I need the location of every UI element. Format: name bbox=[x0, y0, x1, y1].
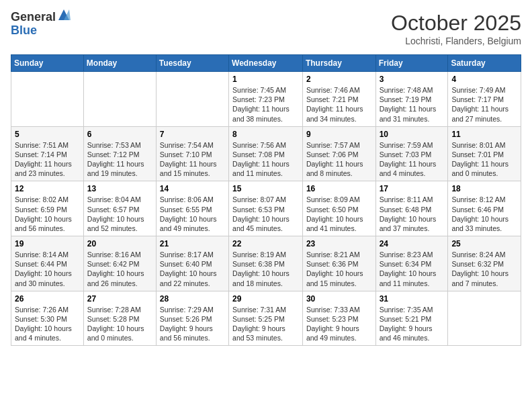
calendar-cell: 22Sunrise: 8:19 AMSunset: 6:38 PMDayligh… bbox=[229, 236, 303, 291]
weekday-header-row: SundayMondayTuesdayWednesdayThursdayFrid… bbox=[11, 55, 521, 72]
day-number: 24 bbox=[380, 239, 445, 248]
logo-icon bbox=[57, 8, 71, 21]
location-text: Lochristi, Flanders, Belgium bbox=[391, 36, 521, 46]
day-number: 29 bbox=[232, 294, 299, 304]
day-number: 31 bbox=[380, 294, 445, 304]
weekday-header-sunday: Sunday bbox=[11, 55, 84, 72]
day-info: Sunrise: 7:51 AMSunset: 7:14 PMDaylight:… bbox=[15, 140, 80, 179]
day-info: Sunrise: 7:35 AMSunset: 5:21 PMDaylight:… bbox=[380, 305, 445, 343]
calendar-cell: 24Sunrise: 8:23 AMSunset: 6:34 PMDayligh… bbox=[375, 236, 448, 291]
week-row-4: 19Sunrise: 8:14 AMSunset: 6:44 PMDayligh… bbox=[11, 236, 521, 291]
day-info: Sunrise: 7:29 AMSunset: 5:26 PMDaylight:… bbox=[160, 305, 225, 343]
day-number: 28 bbox=[160, 294, 225, 304]
day-number: 10 bbox=[380, 130, 445, 139]
day-info: Sunrise: 7:53 AMSunset: 7:12 PMDaylight:… bbox=[87, 140, 152, 179]
calendar-cell: 7Sunrise: 7:54 AMSunset: 7:10 PMDaylight… bbox=[156, 126, 228, 181]
calendar-cell: 8Sunrise: 7:56 AMSunset: 7:08 PMDaylight… bbox=[229, 126, 303, 181]
calendar-cell: 14Sunrise: 8:06 AMSunset: 6:55 PMDayligh… bbox=[156, 181, 228, 236]
day-info: Sunrise: 7:28 AMSunset: 5:28 PMDaylight:… bbox=[87, 305, 152, 343]
day-number: 14 bbox=[160, 184, 225, 193]
day-info: Sunrise: 7:49 AMSunset: 7:17 PMDaylight:… bbox=[451, 85, 517, 124]
calendar-cell: 12Sunrise: 8:02 AMSunset: 6:59 PMDayligh… bbox=[11, 181, 84, 236]
day-info: Sunrise: 8:04 AMSunset: 6:57 PMDaylight:… bbox=[87, 195, 152, 233]
week-row-5: 26Sunrise: 7:26 AMSunset: 5:30 PMDayligh… bbox=[11, 291, 521, 346]
day-info: Sunrise: 8:07 AMSunset: 6:53 PMDaylight:… bbox=[232, 195, 299, 233]
day-number: 15 bbox=[232, 184, 299, 193]
calendar-cell: 1Sunrise: 7:45 AMSunset: 7:23 PMDaylight… bbox=[229, 72, 303, 127]
calendar-cell: 23Sunrise: 8:21 AMSunset: 6:36 PMDayligh… bbox=[302, 236, 375, 291]
calendar-cell: 5Sunrise: 7:51 AMSunset: 7:14 PMDaylight… bbox=[11, 126, 84, 181]
day-number: 2 bbox=[306, 75, 372, 84]
calendar-cell: 25Sunrise: 8:24 AMSunset: 6:32 PMDayligh… bbox=[448, 236, 521, 291]
day-number: 18 bbox=[451, 184, 517, 193]
day-info: Sunrise: 8:09 AMSunset: 6:50 PMDaylight:… bbox=[306, 195, 372, 233]
logo: General Blue bbox=[11, 11, 71, 38]
day-number: 27 bbox=[87, 294, 152, 304]
day-info: Sunrise: 8:23 AMSunset: 6:34 PMDaylight:… bbox=[380, 250, 445, 288]
weekday-header-saturday: Saturday bbox=[448, 55, 521, 72]
day-info: Sunrise: 7:26 AMSunset: 5:30 PMDaylight:… bbox=[15, 305, 80, 343]
day-info: Sunrise: 8:21 AMSunset: 6:36 PMDaylight:… bbox=[306, 250, 372, 288]
day-info: Sunrise: 7:56 AMSunset: 7:08 PMDaylight:… bbox=[232, 140, 299, 179]
day-info: Sunrise: 8:12 AMSunset: 6:46 PMDaylight:… bbox=[451, 195, 517, 233]
week-row-2: 5Sunrise: 7:51 AMSunset: 7:14 PMDaylight… bbox=[11, 126, 521, 181]
calendar-cell: 30Sunrise: 7:33 AMSunset: 5:23 PMDayligh… bbox=[302, 291, 375, 346]
calendar-cell: 21Sunrise: 8:17 AMSunset: 6:40 PMDayligh… bbox=[156, 236, 228, 291]
logo-blue-text: Blue bbox=[11, 24, 71, 38]
weekday-header-friday: Friday bbox=[375, 55, 448, 72]
calendar-cell: 10Sunrise: 7:59 AMSunset: 7:03 PMDayligh… bbox=[375, 126, 448, 181]
calendar-cell bbox=[156, 72, 228, 127]
calendar-cell: 4Sunrise: 7:49 AMSunset: 7:17 PMDaylight… bbox=[448, 72, 521, 127]
week-row-3: 12Sunrise: 8:02 AMSunset: 6:59 PMDayligh… bbox=[11, 181, 521, 236]
calendar-cell: 9Sunrise: 7:57 AMSunset: 7:06 PMDaylight… bbox=[302, 126, 375, 181]
month-title: October 2025 bbox=[391, 11, 521, 36]
weekday-header-monday: Monday bbox=[83, 55, 156, 72]
day-number: 25 bbox=[451, 239, 517, 248]
day-number: 20 bbox=[87, 239, 152, 248]
day-number: 22 bbox=[232, 239, 299, 248]
day-info: Sunrise: 7:45 AMSunset: 7:23 PMDaylight:… bbox=[232, 85, 299, 124]
day-info: Sunrise: 8:16 AMSunset: 6:42 PMDaylight:… bbox=[87, 250, 152, 288]
day-number: 12 bbox=[15, 184, 80, 193]
calendar-cell: 3Sunrise: 7:48 AMSunset: 7:19 PMDaylight… bbox=[375, 72, 448, 127]
calendar-cell: 17Sunrise: 8:11 AMSunset: 6:48 PMDayligh… bbox=[375, 181, 448, 236]
weekday-header-wednesday: Wednesday bbox=[229, 55, 303, 72]
day-number: 7 bbox=[160, 130, 225, 139]
day-info: Sunrise: 8:19 AMSunset: 6:38 PMDaylight:… bbox=[232, 250, 299, 288]
day-number: 1 bbox=[232, 75, 299, 84]
logo-general-text: General bbox=[11, 11, 56, 24]
day-number: 6 bbox=[87, 130, 152, 139]
calendar-cell: 11Sunrise: 8:01 AMSunset: 7:01 PMDayligh… bbox=[448, 126, 521, 181]
calendar-cell: 2Sunrise: 7:46 AMSunset: 7:21 PMDaylight… bbox=[302, 72, 375, 127]
calendar-cell: 29Sunrise: 7:31 AMSunset: 5:25 PMDayligh… bbox=[229, 291, 303, 346]
calendar-cell: 18Sunrise: 8:12 AMSunset: 6:46 PMDayligh… bbox=[448, 181, 521, 236]
day-number: 9 bbox=[306, 130, 372, 139]
day-info: Sunrise: 8:02 AMSunset: 6:59 PMDaylight:… bbox=[15, 195, 80, 233]
day-info: Sunrise: 8:11 AMSunset: 6:48 PMDaylight:… bbox=[380, 195, 445, 233]
day-number: 13 bbox=[87, 184, 152, 193]
day-info: Sunrise: 8:17 AMSunset: 6:40 PMDaylight:… bbox=[160, 250, 225, 288]
day-number: 11 bbox=[451, 130, 517, 139]
calendar-cell: 27Sunrise: 7:28 AMSunset: 5:28 PMDayligh… bbox=[83, 291, 156, 346]
day-info: Sunrise: 7:54 AMSunset: 7:10 PMDaylight:… bbox=[160, 140, 225, 179]
day-info: Sunrise: 8:06 AMSunset: 6:55 PMDaylight:… bbox=[160, 195, 225, 233]
day-info: Sunrise: 7:59 AMSunset: 7:03 PMDaylight:… bbox=[380, 140, 445, 179]
title-block: October 2025 Lochristi, Flanders, Belgiu… bbox=[391, 11, 521, 46]
day-number: 16 bbox=[306, 184, 372, 193]
day-info: Sunrise: 7:31 AMSunset: 5:25 PMDaylight:… bbox=[232, 305, 299, 343]
day-number: 23 bbox=[306, 239, 372, 248]
calendar-cell: 6Sunrise: 7:53 AMSunset: 7:12 PMDaylight… bbox=[83, 126, 156, 181]
day-number: 4 bbox=[451, 75, 517, 84]
day-info: Sunrise: 7:46 AMSunset: 7:21 PMDaylight:… bbox=[306, 85, 372, 124]
calendar-cell: 16Sunrise: 8:09 AMSunset: 6:50 PMDayligh… bbox=[302, 181, 375, 236]
calendar-cell: 31Sunrise: 7:35 AMSunset: 5:21 PMDayligh… bbox=[375, 291, 448, 346]
day-number: 19 bbox=[15, 239, 80, 248]
calendar-cell: 15Sunrise: 8:07 AMSunset: 6:53 PMDayligh… bbox=[229, 181, 303, 236]
page-header: General Blue October 2025 Lochristi, Fla… bbox=[11, 11, 521, 46]
weekday-header-tuesday: Tuesday bbox=[156, 55, 228, 72]
weekday-header-thursday: Thursday bbox=[302, 55, 375, 72]
day-info: Sunrise: 8:14 AMSunset: 6:44 PMDaylight:… bbox=[15, 250, 80, 288]
calendar-cell: 28Sunrise: 7:29 AMSunset: 5:26 PMDayligh… bbox=[156, 291, 228, 346]
day-info: Sunrise: 8:01 AMSunset: 7:01 PMDaylight:… bbox=[451, 140, 517, 179]
day-info: Sunrise: 7:57 AMSunset: 7:06 PMDaylight:… bbox=[306, 140, 372, 179]
